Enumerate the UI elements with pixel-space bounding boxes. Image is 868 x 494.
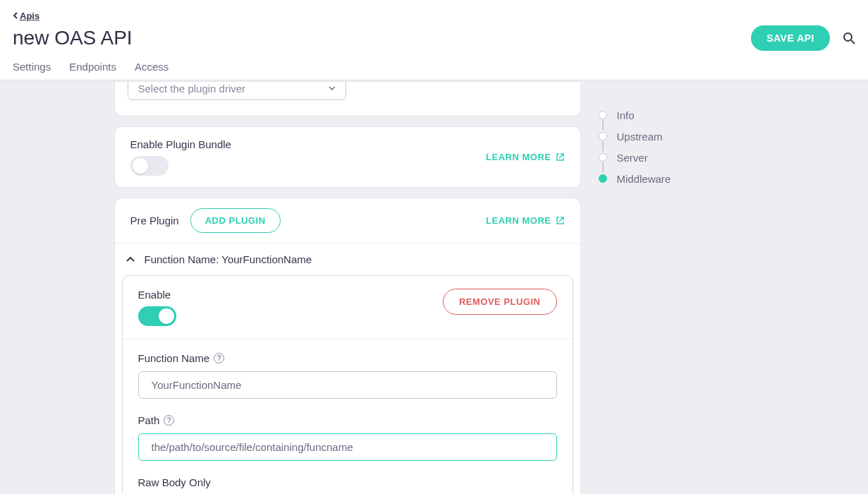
enable-plugin-label: Enable xyxy=(138,289,176,301)
remove-plugin-button[interactable]: REMOVE PLUGIN xyxy=(443,289,557,315)
breadcrumb-label: Apis xyxy=(20,11,39,21)
add-plugin-button[interactable]: ADD PLUGIN xyxy=(190,208,281,233)
section-stepper: Info Upstream Server Middleware xyxy=(599,104,754,189)
learn-more-label: LEARN MORE xyxy=(486,215,551,226)
tab-settings[interactable]: Settings xyxy=(13,61,51,73)
plugin-config-panel: Enable REMOVE PLUGIN Function Name ? Pat… xyxy=(122,275,573,494)
path-label: Path xyxy=(138,414,160,426)
enable-bundle-toggle[interactable] xyxy=(130,156,169,176)
function-name-input[interactable] xyxy=(138,371,557,399)
external-link-icon xyxy=(556,152,565,162)
enable-bundle-card: Enable Plugin Bundle LEARN MORE xyxy=(115,127,580,187)
learn-more-label: LEARN MORE xyxy=(486,152,551,162)
stepper-middleware[interactable]: Middleware xyxy=(599,168,754,189)
function-name-label: Function Name xyxy=(138,352,210,364)
help-icon[interactable]: ? xyxy=(164,415,174,426)
pre-plugin-card: Pre Plugin ADD PLUGIN LEARN MORE Functio… xyxy=(115,198,580,494)
external-link-icon xyxy=(556,216,565,225)
stepper-server[interactable]: Server xyxy=(599,147,754,168)
pre-plugin-label: Pre Plugin xyxy=(130,215,179,227)
enable-plugin-toggle[interactable] xyxy=(138,306,176,326)
plugin-driver-placeholder: Select the plugin driver xyxy=(138,83,246,95)
chevron-left-icon xyxy=(13,12,18,19)
chevron-up-icon xyxy=(126,257,135,263)
plugin-driver-select[interactable]: Select the plugin driver xyxy=(128,82,346,100)
chevron-down-icon xyxy=(329,86,336,90)
enable-bundle-learn-more[interactable]: LEARN MORE xyxy=(486,152,564,162)
tab-endpoints[interactable]: Endpoints xyxy=(69,61,116,73)
svg-line-1 xyxy=(851,40,855,44)
svg-point-0 xyxy=(844,33,852,41)
tab-access[interactable]: Access xyxy=(135,61,169,73)
enable-bundle-label: Enable Plugin Bundle xyxy=(130,138,231,150)
page-title: new OAS API xyxy=(13,27,133,49)
raw-body-label: Raw Body Only xyxy=(138,476,211,488)
path-input[interactable] xyxy=(138,433,557,461)
plugin-accordion-header[interactable]: Function Name: YourFunctionName xyxy=(115,243,580,275)
stepper-upstream[interactable]: Upstream xyxy=(599,126,754,147)
accordion-title: Function Name: YourFunctionName xyxy=(145,253,312,265)
search-icon[interactable] xyxy=(843,32,855,44)
plugin-driver-card: Select the plugin driver xyxy=(115,82,580,116)
pre-plugin-learn-more[interactable]: LEARN MORE xyxy=(486,215,564,226)
stepper-info[interactable]: Info xyxy=(599,104,754,126)
save-api-button[interactable]: SAVE API xyxy=(751,25,830,51)
breadcrumb[interactable]: Apis xyxy=(13,11,39,21)
help-icon[interactable]: ? xyxy=(214,353,224,363)
